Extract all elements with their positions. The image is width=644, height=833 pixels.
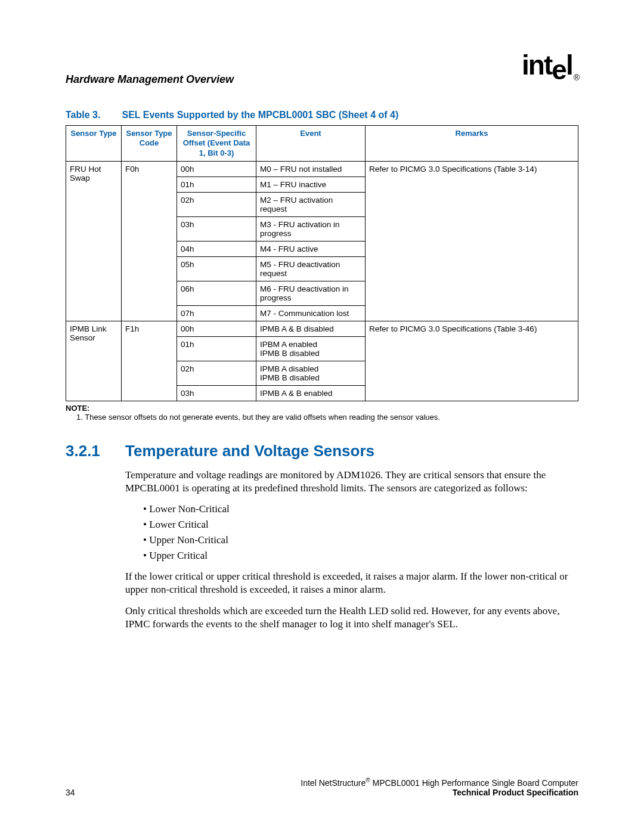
cell-remarks: Refer to PICMG 3.0 Specifications (Table… [366,161,578,321]
cell-event: M7 - Communication lost [256,305,366,321]
col-remarks: Remarks [366,126,578,162]
note-text: 1. These sensor offsets do not generate … [76,413,578,422]
cell-event: M5 - FRU deactivation request [256,256,366,281]
cell-offset: 01h [177,336,256,361]
col-event: Event [256,126,366,162]
cell-sensor-type: FRU Hot Swap [66,161,122,321]
cell-type-code: F1h [122,321,177,401]
body-para-3: Only critical thresholds which are excee… [125,605,578,631]
cell-offset: 02h [177,192,256,216]
cell-offset: 00h [177,161,256,176]
body-para-1: Temperature and voltage readings are mon… [125,469,578,495]
cell-offset: 03h [177,385,256,401]
page-footer: 34 Intel NetStructure® MPCBL0001 High Pe… [66,777,578,797]
cell-offset: 00h [177,321,256,336]
section-heading: 3.2.1Temperature and Voltage Sensors [66,442,578,460]
page-number: 34 [66,788,75,797]
cell-event: IPBM A enabledIPMB B disabled [256,336,366,361]
cell-sensor-type: IPMB Link Sensor [66,321,122,401]
cell-offset: 04h [177,241,256,256]
cell-event: M3 - FRU activation in progress [256,216,366,241]
cell-event: M6 - FRU deactivation in progress [256,281,366,305]
cell-event: M0 – FRU not installed [256,161,366,176]
cell-event: IPMB A disabledIPMB B disabled [256,361,366,385]
cell-event: IPMB A & B disabled [256,321,366,336]
cell-offset: 02h [177,361,256,385]
cell-offset: 03h [177,216,256,241]
cell-event: M1 – FRU inactive [256,176,366,192]
table-row: IPMB Link SensorF1h00hIPMB A & B disable… [66,321,578,336]
cell-event: IPMB A & B enabled [256,385,366,401]
cell-event: M2 – FRU activation request [256,192,366,216]
table-row: FRU Hot SwapF0h00hM0 – FRU not installed… [66,161,578,176]
cell-type-code: F0h [122,161,177,321]
body-para-2: If the lower critical or upper critical … [125,570,578,596]
cell-event: M4 - FRU active [256,241,366,256]
col-offset: Sensor-Specific Offset (Event Data 1, Bi… [177,126,256,162]
list-item: Lower Non-Critical [143,503,578,515]
chapter-title: Hardware Management Overview [66,73,234,86]
list-item: Lower Critical [143,519,578,531]
note-label: NOTE: [66,404,578,413]
cell-offset: 06h [177,281,256,305]
list-item: Upper Non-Critical [143,534,578,546]
cell-offset: 05h [177,256,256,281]
intel-logo: intel® [522,49,578,82]
cell-offset: 01h [177,176,256,192]
col-sensor-type-code: Sensor Type Code [122,126,177,162]
doc-type: Technical Product Specification [301,788,578,797]
list-item: Upper Critical [143,550,578,562]
sensor-category-list: Lower Non-CriticalLower CriticalUpper No… [143,503,578,562]
cell-remarks: Refer to PICMG 3.0 Specifications (Table… [366,321,578,401]
cell-offset: 07h [177,305,256,321]
sel-events-table: Sensor Type Sensor Type Code Sensor-Spec… [66,125,578,401]
col-sensor-type: Sensor Type [66,126,122,162]
table-caption: Table 3. SEL Events Supported by the MPC… [66,110,578,120]
